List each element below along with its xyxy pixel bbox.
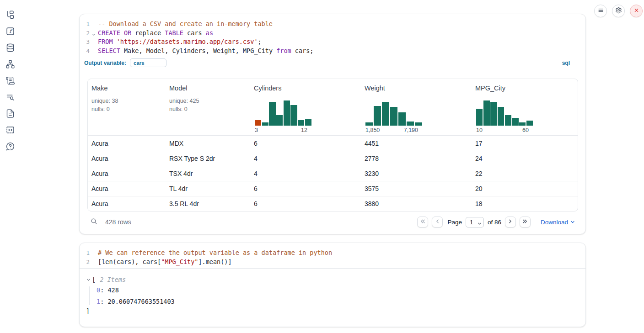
table-body: AcuraMDX6445117AcuraRSX Type S 2dr427782… — [88, 136, 578, 211]
table-header-cell: MPG_City1060 — [472, 79, 578, 135]
table-cell: 17 — [472, 140, 578, 147]
histogram-bar — [490, 102, 497, 126]
code-line: 3FROM 'https://datasets.marimo.app/cars.… — [80, 37, 585, 47]
histogram-bar — [483, 100, 490, 126]
table-cell: 6 — [250, 140, 361, 147]
line-number: 2 — [80, 258, 91, 267]
table-cell: Acura — [88, 155, 166, 162]
download-button[interactable]: Download — [541, 218, 575, 226]
table-cell: 20 — [472, 185, 578, 192]
fold-chevron-icon[interactable] — [91, 31, 96, 40]
column-header[interactable]: Model — [169, 85, 247, 92]
gear-icon — [615, 7, 622, 15]
sql-code-editor[interactable]: 1-- Download a CSV and create an in-memo… — [80, 14, 585, 57]
line-number: 3 — [80, 37, 91, 47]
column-header[interactable]: Cylinders — [254, 85, 357, 92]
table-cell: Acura — [88, 170, 166, 177]
table-footer: 428 rows Page 1 of 86 — [87, 217, 578, 228]
table-header-cell: Makeunique: 38nulls: 0 — [88, 79, 166, 135]
histogram-bar — [415, 122, 422, 126]
next-page-button[interactable] — [505, 217, 516, 227]
axis-max-label: 60 — [522, 127, 529, 133]
code-line: 2CREATE OR replace TABLE cars as — [80, 29, 585, 38]
page-label: Page — [447, 219, 462, 226]
chevrons-right-icon — [522, 218, 528, 226]
column-histogram: 312 — [254, 100, 357, 133]
tree-item: 0: 428 — [97, 286, 578, 294]
code-line: 1# We can reference the output variable … — [80, 248, 585, 258]
code-text: CREATE OR replace TABLE cars as — [98, 29, 213, 38]
logs-search-icon[interactable] — [5, 92, 15, 102]
documentation-icon[interactable] — [5, 108, 15, 118]
scratchpad-icon[interactable] — [5, 75, 15, 85]
notebook-menu-button[interactable] — [594, 5, 607, 17]
previous-page-button[interactable] — [432, 217, 443, 227]
search-button[interactable] — [90, 217, 98, 227]
left-sidebar: f — [0, 0, 20, 333]
close-bracket: ] — [86, 307, 578, 315]
column-header[interactable]: Weight — [365, 85, 468, 92]
close-x-icon — [633, 7, 640, 15]
settings-button[interactable] — [612, 5, 625, 17]
histogram-bar — [382, 102, 389, 126]
histogram-bars — [255, 100, 311, 126]
table-header-cell: Weight1,8507,190 — [361, 79, 472, 135]
file-explorer-icon[interactable] — [5, 10, 15, 20]
dependency-graph-icon[interactable] — [5, 59, 15, 69]
histogram-axis-labels: 1060 — [476, 127, 533, 133]
tree-root-row[interactable]: [ 2 Items — [86, 276, 578, 283]
collapse-chevron-icon[interactable] — [86, 277, 91, 282]
output-variable-input[interactable] — [130, 58, 166, 67]
last-page-button[interactable] — [520, 217, 531, 227]
column-histogram: 1060 — [475, 100, 574, 133]
table-cell: MDX — [166, 140, 250, 147]
histogram-axis-labels: 312 — [255, 127, 311, 133]
histogram-bar — [519, 122, 526, 126]
column-stats: unique: 425nulls: 0 — [169, 97, 247, 113]
chevron-left-icon — [435, 218, 440, 226]
column-header[interactable]: Make — [91, 85, 162, 92]
line-number: 2 — [80, 29, 91, 38]
sql-cell-output: Makeunique: 38nulls: 0Modelunique: 425nu… — [80, 71, 585, 234]
histogram-bar — [512, 118, 518, 126]
histogram-axis-labels: 1,8507,190 — [365, 127, 422, 133]
snippets-icon[interactable] — [5, 125, 15, 135]
python-cell: 1# We can reference the output variable … — [79, 243, 586, 327]
datasources-icon[interactable] — [5, 42, 15, 53]
code-text: SELECT Make, Model, Cylinders, Weight, M… — [98, 47, 313, 56]
python-cell-output: [ 2 Items 0: 4281: 20.060747663551403 ] — [80, 269, 585, 327]
table-cell: 4451 — [361, 140, 472, 147]
chevron-right-icon — [507, 218, 513, 226]
code-line: 2[len(cars), cars["MPG_City"].mean()] — [80, 258, 585, 267]
table-cell: Acura — [88, 185, 166, 192]
hamburger-menu-icon — [597, 7, 604, 15]
shutdown-button[interactable] — [630, 5, 643, 17]
axis-min-label: 1,850 — [365, 127, 380, 133]
table-header: Makeunique: 38nulls: 0Modelunique: 425nu… — [88, 79, 578, 136]
items-count-label: 2 Items — [100, 276, 126, 283]
table-row: AcuraMDX6445117 — [88, 136, 578, 151]
svg-text:f: f — [9, 28, 12, 34]
histogram-bar — [407, 122, 414, 126]
line-number: 4 — [80, 47, 91, 56]
functions-icon[interactable]: f — [5, 26, 15, 36]
tree-items: 0: 4281: 20.060747663551403 — [89, 286, 578, 305]
code-text: FROM 'https://datasets.marimo.app/cars.c… — [98, 37, 262, 47]
table-cell: 3230 — [361, 170, 472, 177]
page-select[interactable]: 1 — [466, 217, 484, 227]
help-icon[interactable] — [5, 141, 15, 151]
download-label: Download — [541, 219, 568, 226]
python-code-editor[interactable]: 1# We can reference the output variable … — [80, 243, 585, 268]
first-page-button[interactable] — [417, 217, 428, 227]
page-select-wrap: 1 — [466, 217, 484, 227]
histogram-bar — [476, 109, 483, 126]
output-variable-label: Output variable: — [84, 60, 126, 66]
histogram-bar — [365, 122, 373, 126]
histogram-bar — [290, 105, 297, 126]
column-header[interactable]: MPG_City — [475, 85, 574, 92]
histogram-bar — [305, 119, 311, 126]
histogram-bar — [269, 102, 275, 126]
code-line: 1-- Download a CSV and create an in-memo… — [80, 20, 585, 29]
table-row: AcuraTSX 4dr4323022 — [88, 166, 578, 181]
histogram-bar — [298, 120, 304, 126]
